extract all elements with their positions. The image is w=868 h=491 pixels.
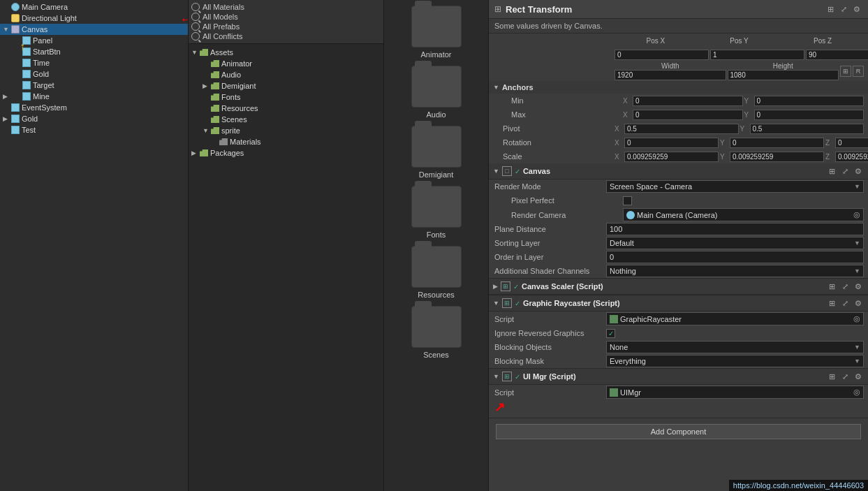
project-scenes-folder[interactable]: Scenes <box>189 114 383 125</box>
project-resources-folder[interactable]: Resources <box>189 103 383 114</box>
canvas-scaler-expand[interactable]: ▶ <box>493 283 498 290</box>
canvas-gear[interactable]: ⚙ <box>853 166 864 177</box>
project-audio-folder[interactable]: Audio <box>189 69 383 80</box>
gr-icon-2[interactable]: ⤢ <box>839 298 851 309</box>
hierarchy-item-startbtn[interactable]: StartBtn ↑ <box>0 46 188 57</box>
render-camera-field[interactable]: Main Camera (Camera) ◎ <box>623 208 864 221</box>
ui-mgr-script-field[interactable]: UIMgr ◎ <box>606 386 864 399</box>
pivot-x[interactable] <box>624 124 739 134</box>
asset-tile-scenes[interactable]: Scenes <box>405 306 468 359</box>
project-materials-folder[interactable]: Materials <box>189 136 383 147</box>
project-packages-folder[interactable]: ▶ Packages <box>189 147 383 159</box>
gr-gear[interactable]: ⚙ <box>853 298 864 309</box>
search-icon <box>191 3 200 11</box>
pivot-y[interactable] <box>750 124 865 134</box>
scale-x[interactable] <box>624 152 719 162</box>
hierarchy-item-directional-light[interactable]: Directional Light ← <box>0 13 188 24</box>
width-field[interactable] <box>615 70 726 80</box>
canvas-expand[interactable]: ▼ <box>493 168 499 175</box>
inspector-icon-3[interactable]: ⚙ <box>851 3 862 15</box>
additional-shader-dropdown[interactable]: Nothing ▼ <box>606 265 864 277</box>
cs-gear[interactable]: ⚙ <box>853 281 864 292</box>
r-button[interactable]: R <box>853 66 864 77</box>
order-in-layer-field[interactable] <box>606 251 864 263</box>
asset-tile-animator[interactable]: Animator <box>405 6 468 59</box>
ignore-reversed-label: Ignore Reversed Graphics <box>494 329 606 337</box>
hierarchy-item-main-camera[interactable]: Main Camera <box>0 1 188 13</box>
gr-icon-1[interactable]: ⊞ <box>826 298 837 309</box>
asset-tile-resources[interactable]: Resources <box>405 246 468 299</box>
hierarchy-item-label: Canvas <box>22 25 47 34</box>
project-demigiant-folder[interactable]: ▶ Demigiant <box>189 80 383 91</box>
folder-icon <box>211 116 219 123</box>
height-field[interactable] <box>728 70 839 80</box>
hierarchy-item-canvas[interactable]: ▼ Canvas <box>0 24 188 35</box>
gr-script-label: Script <box>494 315 606 323</box>
cs-icon-2[interactable]: ⤢ <box>839 281 851 292</box>
render-camera-target[interactable]: ◎ <box>853 210 860 219</box>
hierarchy-item-target[interactable]: Target <box>0 80 188 91</box>
url-bar: https://blog.csdn.net/weixin_44446603 <box>729 480 868 491</box>
inspector-icon-1[interactable]: ⊞ <box>825 3 836 15</box>
project-fonts-folder[interactable]: Fonts <box>189 91 383 103</box>
anchor-max-x[interactable] <box>633 110 743 120</box>
asset-tile-audio[interactable]: Audio <box>405 66 468 119</box>
search-all-conflicts[interactable]: All Conflicts <box>191 32 381 41</box>
hierarchy-item-gold2[interactable]: ▶ Gold <box>0 113 188 124</box>
anchors-min-row: Min X Y <box>489 94 868 108</box>
pos-xyz-values <box>615 50 868 60</box>
blocking-objects-dropdown[interactable]: None ▼ <box>606 341 864 353</box>
pixel-perfect-checkbox[interactable] <box>623 196 632 205</box>
canvas-icon-2[interactable]: ⤢ <box>839 166 851 177</box>
asset-tile-fonts[interactable]: Fonts <box>405 186 468 239</box>
inspector-icon-2[interactable]: ⤢ <box>838 3 849 15</box>
sorting-layer-dropdown[interactable]: Default ▼ <box>606 237 864 249</box>
um-icon-1[interactable]: ⊞ <box>826 371 837 382</box>
hierarchy-item-time[interactable]: Time <box>0 57 188 68</box>
ignore-reversed-checkbox[interactable]: ✓ <box>606 329 615 338</box>
search-all-materials[interactable]: All Materials <box>191 3 381 11</box>
rotation-x[interactable] <box>624 138 719 148</box>
search-all-models[interactable]: All Models <box>191 13 381 21</box>
scale-z[interactable] <box>835 152 868 162</box>
ui-mgr-expand[interactable]: ▼ <box>493 373 499 380</box>
um-gear[interactable]: ⚙ <box>853 371 864 382</box>
blueprint-icon[interactable]: ⊞ <box>840 66 851 77</box>
hierarchy-item-gold[interactable]: Gold <box>0 68 188 80</box>
hierarchy-item-test[interactable]: Test <box>0 124 188 135</box>
canvas-icon-1[interactable]: ⊞ <box>826 166 837 177</box>
um-icon-2[interactable]: ⤢ <box>839 371 851 382</box>
rotation-z[interactable] <box>835 138 868 148</box>
anchor-min-x[interactable] <box>633 96 743 106</box>
hierarchy-item-eventsystem[interactable]: EventSystem <box>0 102 188 113</box>
project-sprite-folder[interactable]: ▼ sprite <box>189 125 383 136</box>
plane-distance-field[interactable] <box>606 223 864 235</box>
anchors-expand[interactable]: ▼ <box>493 84 499 91</box>
pos-y-field[interactable] <box>710 50 804 60</box>
hierarchy-item-panel[interactable]: Panel <box>0 35 188 46</box>
search-all-prefabs[interactable]: All Prefabs <box>191 22 381 31</box>
hierarchy-item-mine[interactable]: ▶ Mine <box>0 91 188 102</box>
scale-y[interactable] <box>730 152 824 162</box>
asset-tile-demigiant[interactable]: Demigiant <box>405 126 468 179</box>
add-component-button[interactable]: Add Component <box>496 424 861 439</box>
anchor-max-y[interactable] <box>754 110 865 120</box>
pos-y-header: Pos Y <box>698 37 781 45</box>
hierarchy-item-label: EventSystem <box>22 103 67 112</box>
blocking-mask-dropdown[interactable]: Everything ▼ <box>606 355 864 367</box>
gr-checkmark: ✓ <box>515 300 520 307</box>
cs-icon-1[interactable]: ⊞ <box>826 281 837 292</box>
gr-script-field[interactable]: GraphicRaycaster ◎ <box>606 312 864 325</box>
rotation-y[interactable] <box>730 138 824 148</box>
ui-mgr-script-target[interactable]: ◎ <box>853 388 860 397</box>
pos-z-field[interactable] <box>806 50 868 60</box>
render-mode-dropdown[interactable]: Screen Space - Camera ▼ <box>606 180 864 193</box>
asset-tile-label: Fonts <box>427 230 446 239</box>
project-assets-folder[interactable]: ▼ Assets <box>189 47 383 58</box>
gr-script-target[interactable]: ◎ <box>853 314 860 323</box>
pos-x-field[interactable] <box>615 50 709 60</box>
blocking-mask-row: Blocking Mask Everything ▼ <box>489 354 868 368</box>
project-animator-folder[interactable]: Animator <box>189 58 383 69</box>
anchor-min-y[interactable] <box>754 96 865 106</box>
gr-expand[interactable]: ▼ <box>493 300 499 307</box>
